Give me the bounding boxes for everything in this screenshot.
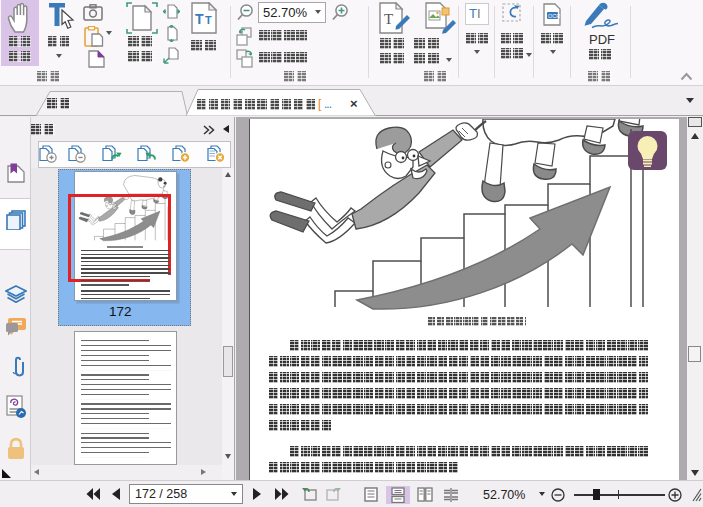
svg-text:T: T	[384, 11, 393, 27]
svg-text:T: T	[205, 14, 212, 26]
svg-text:OCR: OCR	[548, 13, 560, 19]
svg-text:T: T	[195, 11, 204, 27]
